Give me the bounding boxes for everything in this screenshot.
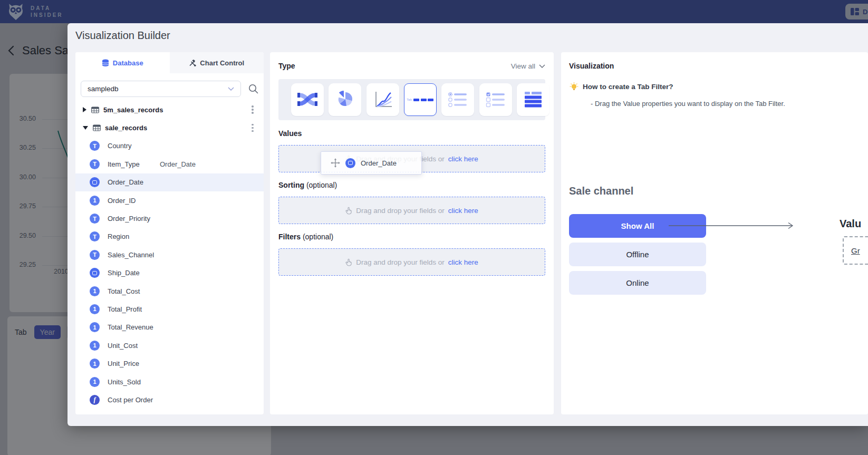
sankey-chart-icon <box>297 90 318 109</box>
preview-button-online[interactable]: Online <box>569 271 706 295</box>
text-field-icon: T <box>90 141 100 151</box>
tip-title: How to create a Tab Filter? <box>583 83 673 91</box>
search-icon <box>248 84 258 94</box>
dropzone-click-here-link[interactable]: click here <box>448 258 478 266</box>
date-field-icon <box>345 158 355 168</box>
field-item-order-date[interactable]: Order_Date <box>75 173 264 191</box>
values-section-title: Values <box>278 129 302 138</box>
filters-dropzone[interactable]: Drag and drop your fields or click here <box>278 248 545 276</box>
annotation-arrow <box>667 221 797 230</box>
table-row-5m-sales-records[interactable]: 5m_sales_records <box>75 101 264 119</box>
field-label: Region <box>108 233 129 240</box>
date-field-icon <box>90 177 100 187</box>
field-item-ship-date[interactable]: Ship_Date <box>75 264 264 282</box>
view-all-button[interactable]: View all <box>511 62 545 70</box>
move-icon <box>331 158 340 168</box>
chart-type-checkbox-list[interactable] <box>479 83 512 116</box>
dragged-field-label: Order_Date <box>361 159 397 167</box>
hand-icon <box>345 258 352 266</box>
number-field-icon: 1 <box>90 304 100 314</box>
number-field-icon: 1 <box>90 196 100 206</box>
field-item-region[interactable]: TRegion <box>75 228 264 246</box>
chevron-right-icon[interactable] <box>83 107 86 112</box>
chart-type-line[interactable] <box>367 83 399 116</box>
line-chart-icon <box>372 90 393 109</box>
field-item-total-revenue[interactable]: 1Total_Revenue <box>75 318 264 336</box>
field-item-sales-channel[interactable]: TSales_Channel <box>75 246 264 264</box>
chart-type-tab-filter[interactable]: Tab <box>404 83 437 116</box>
search-button[interactable] <box>248 84 258 96</box>
kebab-menu-icon[interactable] <box>246 103 259 117</box>
field-label: Sales_Channel <box>108 251 154 259</box>
field-item-total-profit[interactable]: 1Total_Profit <box>75 300 264 318</box>
database-panel: Database Chart Control sampledb <box>75 52 264 414</box>
field-label: Order_Date <box>108 178 143 186</box>
table-row-sale-records[interactable]: sale_records <box>75 119 264 137</box>
visualization-builder-modal: Visualization Builder Database <box>67 23 868 426</box>
tab-chart-control-label: Chart Control <box>200 59 244 67</box>
field-item-cost-per-order[interactable]: fCost per Order <box>75 391 264 409</box>
tab-database-label: Database <box>113 59 143 67</box>
visualization-panel: Visualization How to create a Tab Filter… <box>561 52 868 414</box>
view-all-label: View all <box>511 62 535 70</box>
text-field-icon: T <box>90 214 100 224</box>
dashboard-button[interactable]: D <box>845 4 868 20</box>
field-label: Order_Priority <box>108 215 150 222</box>
chart-type-strip: Tab <box>278 79 545 120</box>
field-item-order-priority[interactable]: TOrder_Priority <box>75 209 264 227</box>
number-field-icon: 1 <box>90 322 100 332</box>
dashboard-icon <box>851 8 859 15</box>
chevron-down-icon[interactable] <box>83 126 88 130</box>
annotation-link[interactable]: Gr <box>851 246 860 255</box>
field-item-units-sold[interactable]: 1Units_Sold <box>75 373 264 391</box>
type-section-title: Type <box>278 62 295 70</box>
dropzone-hint: Drag and drop your fields or <box>356 258 444 266</box>
top-navbar: DATA INSIDER D <box>0 0 868 23</box>
owl-logo-icon <box>6 2 25 21</box>
builder-panel: Type View all <box>270 52 554 414</box>
dropzone-click-here-link[interactable]: click here <box>448 207 478 215</box>
chart-type-pie[interactable] <box>329 83 361 116</box>
function-field-icon: f <box>90 395 100 405</box>
field-label: Order_ID <box>108 197 136 205</box>
text-field-icon: T <box>90 250 100 260</box>
field-label: Total_Profit <box>108 305 142 313</box>
sorting-dropzone[interactable]: Drag and drop your fields or click here <box>278 197 545 224</box>
tip-body: - Drag the Value properties you want to … <box>591 100 785 108</box>
table-name: sale_records <box>105 124 246 132</box>
chart-type-sankey[interactable] <box>291 83 324 116</box>
field-tree: 5m_sales_recordssale_recordsTCountryTIte… <box>75 101 264 409</box>
sorting-section-title: Sorting (optional) <box>278 181 337 189</box>
field-item-unit-price[interactable]: 1Unit_Price <box>75 354 264 372</box>
dragged-field-card[interactable]: Order_Date <box>321 151 422 175</box>
tab-database[interactable]: Database <box>75 52 170 73</box>
dropzone-hint: Drag and drop your fields or <box>356 207 444 215</box>
tab-chart-control[interactable]: Chart Control <box>170 52 264 73</box>
table-icon <box>91 107 99 113</box>
number-field-icon: 1 <box>90 341 100 351</box>
tab-filter-icon: Tab <box>407 98 433 101</box>
field-label: Total_Cost <box>108 287 140 295</box>
field-item-total-cost[interactable]: 1Total_Cost <box>75 282 264 300</box>
chart-type-radio-list[interactable] <box>441 83 474 116</box>
number-field-icon: 1 <box>90 286 100 296</box>
chart-type-table[interactable] <box>517 83 549 116</box>
drag-ghost-label: Order_Date <box>160 160 196 168</box>
dropzone-click-here-link[interactable]: click here <box>448 155 478 163</box>
field-label: Units_Sold <box>108 378 141 386</box>
database-select[interactable]: sampledb <box>81 81 241 97</box>
dashboard-button-label: D <box>863 8 867 16</box>
brand-name: DATA INSIDER <box>31 5 63 18</box>
preview-button-offline[interactable]: Offline <box>569 243 706 266</box>
field-label: Unit_Cost <box>108 342 138 350</box>
text-field-icon: T <box>90 231 100 241</box>
text-field-icon: T <box>90 159 100 169</box>
chevron-down-icon <box>228 87 234 91</box>
preview-title: Sale channel <box>569 185 633 197</box>
checkbox-list-icon <box>485 90 506 109</box>
field-item-order-id[interactable]: 1Order_ID <box>75 191 264 209</box>
field-item-unit-cost[interactable]: 1Unit_Cost <box>75 336 264 354</box>
kebab-menu-icon[interactable] <box>246 121 259 135</box>
field-item-country[interactable]: TCountry <box>75 137 264 155</box>
radio-list-icon <box>447 90 468 109</box>
